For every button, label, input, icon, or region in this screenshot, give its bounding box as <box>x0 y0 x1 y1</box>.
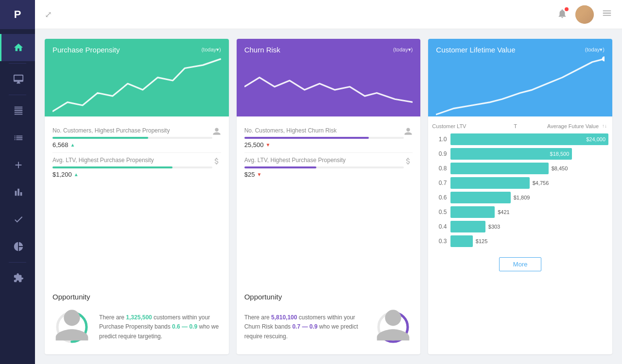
opportunity-text-pp: There are 1,325,500 customers within you… <box>99 313 221 341</box>
opportunity-title-cr: Opportunity <box>244 293 413 301</box>
metric-ltv-cr-label: Avg. LTV, Highest Purchase Propensity <box>244 157 404 164</box>
ltv-row-0.5: 0.5 $421 <box>428 205 612 219</box>
ltv-label-0.3: 0.3 <box>432 238 447 245</box>
topbar-right <box>557 5 612 24</box>
sidebar-item-bar-chart[interactable] <box>0 179 35 206</box>
highlight-count-cr: 5,810,100 <box>271 314 297 321</box>
sidebar-item-list[interactable] <box>0 124 35 151</box>
ltv-bar-wrap-0.3: $125 <box>450 235 608 247</box>
sidebar-item-pie-chart[interactable] <box>0 233 35 260</box>
customers-cr-person-icon <box>404 127 413 138</box>
ltv-bar-wrap-0.8: $8,450 <box>450 163 608 174</box>
ltv-row-0.4: 0.4 $303 <box>428 219 612 234</box>
sidebar-item-table[interactable] <box>0 97 35 124</box>
ltv-pp-dollar-icon <box>212 157 221 167</box>
ltv-bar-text-0.9: $18,500 <box>550 151 570 157</box>
customer-ltv-chart <box>436 56 605 124</box>
ltv-bar-wrap-0.6: $1,809 <box>450 192 608 203</box>
ltv-col2-header: T <box>512 123 519 129</box>
highlight-bands-cr: 0.7 — 0.9 <box>292 323 317 330</box>
trend-up-icon-2: ▲ <box>74 172 79 177</box>
sidebar-item-monitor[interactable] <box>0 66 35 93</box>
notification-dot <box>565 7 569 11</box>
ltv-row-0.6: 0.6 $1,809 <box>428 190 612 205</box>
ltv-col3-sort-icon[interactable]: ↑↓ <box>601 123 608 129</box>
metric-customers-cr-value: 25,500 ▼ <box>244 141 404 149</box>
ltv-bar-0.7 <box>450 177 529 189</box>
donut-cr <box>374 308 413 347</box>
customer-ltv-header: Customer Lifetime Value (today▾) <box>428 39 612 116</box>
opportunity-text-cr: There are 5,810,100 customers within you… <box>244 313 366 341</box>
ltv-val-0.3: $125 <box>476 238 487 244</box>
more-button[interactable]: More <box>499 257 542 271</box>
opportunity-content-pp: There are 1,325,500 customers within you… <box>52 308 221 347</box>
ltv-row-0.7: 0.7 $4,756 <box>428 176 612 190</box>
opportunity-content-cr: There are 5,810,100 customers within you… <box>244 308 413 347</box>
svg-point-4 <box>602 56 605 61</box>
ltv-bar-0.3 <box>450 235 472 247</box>
sidebar-divider-3 <box>9 262 26 263</box>
customer-ltv-title: Customer Lifetime Value <box>436 46 515 54</box>
sidebar-item-home[interactable] <box>0 34 35 61</box>
page-content: Purchase Propensity (today▾) No. Custome… <box>35 29 622 364</box>
purchase-propensity-chart <box>52 56 221 124</box>
avatar-image <box>575 5 594 24</box>
ltv-bar-text-1.0: $24,000 <box>586 136 605 142</box>
ltv-bar-0.9: $18,500 <box>450 148 572 160</box>
highlight-bands-pp: 0.6 — 0.9 <box>172 323 197 330</box>
churn-risk-opportunity: Opportunity There are 5,810,100 customer… <box>237 288 421 354</box>
sidebar-item-puzzle[interactable] <box>0 265 35 292</box>
metric-ltv-pp-label: Avg. LTV, Highest Purchase Propensity <box>52 157 212 164</box>
ltv-bar-0.5 <box>450 206 495 218</box>
ltv-row-0.9: 0.9 $18,500 <box>428 147 612 161</box>
metric-ltv-cr: Avg. LTV, Highest Purchase Propensity $2… <box>244 153 413 182</box>
trend-down-icon: ▼ <box>265 142 270 148</box>
ltv-val-0.5: $421 <box>498 209 509 215</box>
main-content: ⤢ Purchase Propensity (today▾) <box>35 0 622 364</box>
expand-icon[interactable]: ⤢ <box>45 9 52 20</box>
sidebar-item-add[interactable] <box>0 151 35 179</box>
ltv-val-0.4: $303 <box>488 224 500 230</box>
ltv-label-0.6: 0.6 <box>432 194 447 201</box>
churn-risk-metrics: No. Customers, Highest Churn Risk 25,500… <box>237 116 421 288</box>
hamburger-menu-icon[interactable] <box>602 8 612 21</box>
ltv-bar-wrap-0.7: $4,756 <box>450 177 608 189</box>
metric-customers-pp-label: No. Customers, Highest Purchase Propensi… <box>52 127 212 134</box>
metric-ltv-pp: Avg. LTV, Highest Purchase Propensity $1… <box>52 153 221 182</box>
ltv-col3-header: Average Future Value <box>519 123 599 129</box>
donut-cr-person-icon <box>374 307 413 348</box>
purchase-propensity-card: Purchase Propensity (today▾) No. Custome… <box>45 39 229 354</box>
metric-customers-pp: No. Customers, Highest Purchase Propensi… <box>52 123 221 153</box>
ltv-label-0.5: 0.5 <box>432 209 447 215</box>
sidebar-divider-2 <box>9 95 26 95</box>
ltv-bar-wrap-0.4: $303 <box>450 221 608 232</box>
ltv-bar-0.4 <box>450 221 485 232</box>
topbar-left: ⤢ <box>45 9 52 20</box>
purchase-propensity-metrics: No. Customers, Highest Purchase Propensi… <box>45 116 229 288</box>
customer-ltv-filter[interactable]: (today▾) <box>585 47 605 53</box>
ltv-bar-wrap-0.5: $421 <box>450 206 608 218</box>
ltv-val-0.7: $4,756 <box>533 180 549 186</box>
churn-risk-chart <box>244 56 413 124</box>
ltv-col1-header: Customer LTV <box>432 123 511 129</box>
ltv-val-0.6: $1,809 <box>514 195 530 200</box>
ltv-label-0.4: 0.4 <box>432 223 447 230</box>
notification-bell[interactable] <box>557 8 568 21</box>
sidebar: P <box>0 0 35 364</box>
ltv-label-0.8: 0.8 <box>432 165 447 172</box>
trend-up-icon: ▲ <box>70 142 75 148</box>
purchase-propensity-filter[interactable]: (today▾) <box>201 47 221 53</box>
ltv-label-0.7: 0.7 <box>432 180 447 186</box>
churn-risk-filter[interactable]: (today▾) <box>393 47 413 53</box>
purchase-propensity-header: Purchase Propensity (today▾) <box>45 39 229 116</box>
ltv-bar-0.6 <box>450 192 510 203</box>
churn-risk-title: Churn Risk <box>244 46 280 54</box>
opportunity-title-pp: Opportunity <box>52 293 221 301</box>
purchase-propensity-title: Purchase Propensity <box>52 46 120 54</box>
user-avatar[interactable] <box>575 5 594 24</box>
customers-pp-person-icon <box>212 127 221 138</box>
ltv-bar-wrap-1.0: $24,000 <box>450 133 608 145</box>
ltv-row-0.3: 0.3 $125 <box>428 234 612 248</box>
sidebar-item-check[interactable] <box>0 206 35 233</box>
churn-risk-header: Churn Risk (today▾) <box>237 39 421 116</box>
